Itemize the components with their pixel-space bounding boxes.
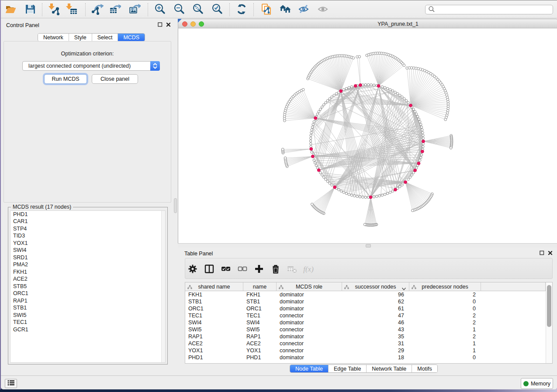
network-window-titlebar[interactable]: YPA_prune.txt_1 [178,19,557,28]
import-network-from-file-button[interactable] [47,2,62,17]
zoom-in-button[interactable] [153,2,168,17]
optimization-criterion-select[interactable]: largest connected component (undirected) [22,61,160,71]
table-row[interactable]: SWI5SWI5connector431 [185,326,546,333]
table-tab-motifs[interactable]: Motifs [412,365,437,372]
column-header-successor-nodes[interactable]: successor nodes [342,282,409,291]
mcds-result-item[interactable]: SWI5 [10,312,165,319]
table-row[interactable]: RAP1RAP1dominator352 [185,333,546,340]
select-all-rows-button[interactable] [218,262,233,277]
node-table-scrollbar-thumb[interactable] [547,285,551,327]
apply-layout-button[interactable] [234,2,249,17]
control-panel-float-button[interactable] [158,22,163,27]
zoom-selected-button[interactable] [210,2,225,17]
save-session-icon [24,3,36,17]
table-row[interactable]: ACE2ACE2connector311 [185,340,546,347]
cell-MCDS-role: connector [277,312,342,319]
zoom-fit-content-icon [192,3,204,17]
mcds-result-item[interactable]: STP4 [10,225,165,233]
node-table-header: shared namename MCDS role successor node… [185,282,546,291]
table-options-button[interactable] [185,262,200,277]
close-panel-button[interactable]: Close panel [92,74,138,84]
control-tab-select[interactable]: Select [92,34,118,41]
column-header-shared-name[interactable]: shared name [185,282,243,291]
function-builder-button[interactable]: f(x) [301,262,316,277]
mcds-result-item[interactable]: FKH1 [10,268,165,276]
cell-predecessor-nodes: 0 [409,305,481,312]
cell-name: RAP1 [243,333,277,340]
export-network-button[interactable] [90,2,105,17]
control-panel-close-button[interactable] [166,22,171,27]
cell-successor-nodes: 62 [342,298,409,305]
table-row[interactable]: SWI4SWI4dominator462 [185,319,546,326]
table-tab-node-table[interactable]: Node Table [290,365,329,372]
search-input[interactable] [435,6,553,14]
create-new-column-button[interactable] [252,262,266,277]
mcds-result-item[interactable]: TEC1 [10,319,165,327]
mcds-result-item[interactable]: ORC1 [10,290,165,298]
column-header-predecessor-nodes[interactable]: predecessor nodes [409,282,481,291]
control-tab-network[interactable]: Network [38,34,69,41]
mcds-result-item[interactable]: RAP1 [10,297,165,305]
control-tab-mcds[interactable]: MCDS [118,34,145,41]
table-row[interactable]: FKH1FKH1dominator962 [185,291,546,298]
table-tab-network-table[interactable]: Network Table [367,365,412,372]
mcds-result-item[interactable]: PMA2 [10,261,165,269]
first-neighbors-button[interactable] [278,2,293,17]
show-all-button[interactable] [316,2,331,17]
cell-successor-nodes: 61 [342,305,409,312]
node-table-scrollbar[interactable] [546,282,552,363]
hide-selected-button[interactable] [297,2,311,17]
deselect-all-rows-button[interactable] [235,262,250,277]
export-table-button[interactable] [107,2,122,17]
run-mcds-button[interactable]: Run MCDS [44,74,87,84]
delete-columns-button[interactable] [268,262,283,277]
column-header-MCDS-role[interactable]: MCDS role [277,282,342,291]
mcds-result-scrollbar[interactable] [161,211,165,362]
cell-MCDS-role: dominator [277,291,342,298]
vertical-splitter[interactable] [173,18,178,375]
export-image-button[interactable] [127,2,142,17]
mcds-result-item[interactable]: GCR1 [10,326,165,334]
import-table-from-file-button[interactable] [65,2,80,17]
show-panels-list-button[interactable] [5,379,17,388]
table-panel-close-button[interactable] [548,251,553,255]
table-row[interactable]: ORC1ORC1dominator610 [185,305,546,312]
mcds-result-item[interactable]: STB1 [10,305,165,312]
column-header-empty[interactable] [481,282,546,291]
table-row[interactable]: TEC1TEC1connector472 [185,312,546,319]
mcds-result-item[interactable]: TID3 [10,233,165,240]
horizontal-splitter-grip[interactable] [366,244,371,248]
open-session-button[interactable] [3,2,18,17]
show-columns-button[interactable] [202,262,217,277]
table-row[interactable]: YOX1YOX1connector291 [185,347,546,354]
save-session-button[interactable] [23,2,38,17]
memory-button[interactable]: Memory [521,378,553,389]
cell-shared-name: YOX1 [185,347,243,354]
zoom-fit-content-button[interactable] [191,2,206,17]
table-panel-float-button[interactable] [540,251,544,255]
sort-descending-icon [402,285,406,292]
table-tab-edge-table[interactable]: Edge Table [329,365,367,372]
column-header-name[interactable]: name [243,282,277,291]
mcds-result-item[interactable]: PHD1 [10,211,165,218]
cell-predecessor-nodes: 1 [409,340,481,347]
column-type-icon [279,285,284,291]
control-tab-style[interactable]: Style [69,34,92,41]
mcds-result-title: MCDS result (17 nodes) [11,204,73,210]
mcds-result-item[interactable]: SWI4 [10,247,165,254]
network-canvas[interactable] [178,28,557,243]
table-row[interactable]: STB1STB1dominator620 [185,298,546,305]
mcds-result-item[interactable]: YOX1 [10,240,165,247]
clone-network-button[interactable] [259,2,274,17]
mcds-result-item[interactable]: CAR1 [10,218,165,226]
horizontal-splitter[interactable] [178,243,557,248]
delete-table-button[interactable] [284,262,299,277]
cell-predecessor-nodes: 2 [409,319,481,326]
zoom-out-button[interactable] [172,2,187,17]
mcds-result-item[interactable]: ACE2 [10,276,165,283]
mcds-result-item[interactable]: STB5 [10,283,165,290]
mcds-result-item[interactable]: SRD1 [10,254,165,261]
search-icon [428,6,435,14]
table-row[interactable]: PHD1PHD1dominator180 [185,354,546,361]
vertical-splitter-grip[interactable] [174,198,177,213]
